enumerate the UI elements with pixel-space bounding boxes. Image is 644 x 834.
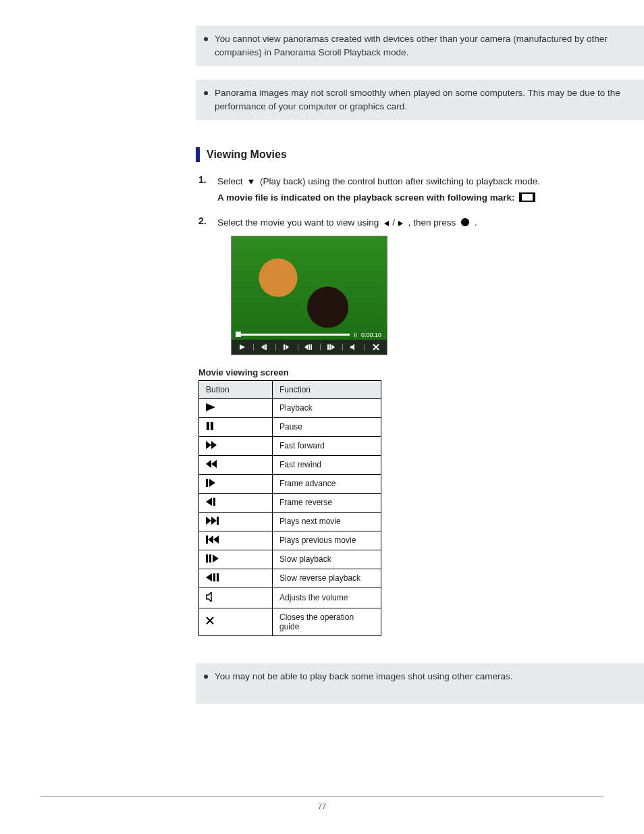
close-icon	[365, 344, 387, 350]
table-row: Closes the operation guide	[199, 608, 381, 635]
ff-icon	[199, 436, 273, 455]
svg-rect-35	[217, 517, 219, 525]
function-label: Slow reverse playback	[273, 569, 381, 588]
step-text: Select (Play back) using the control but…	[217, 174, 540, 206]
table-row: Fast forward	[199, 436, 381, 455]
function-label: Frame advance	[273, 474, 381, 493]
svg-rect-3	[520, 194, 522, 201]
svg-rect-10	[265, 344, 267, 350]
function-label: Adjusts the volume	[273, 588, 381, 608]
function-label: Closes the operation guide	[273, 608, 381, 635]
function-label: Slow playback	[273, 550, 381, 569]
section-heading: Viewing Movies	[196, 147, 644, 162]
function-label: Plays next movie	[273, 512, 381, 531]
svg-rect-15	[311, 344, 312, 350]
svg-rect-14	[308, 344, 310, 350]
step-2: 2. Select the movie you want to view usi…	[198, 215, 644, 355]
note-text: You cannot view panoramas created with d…	[215, 32, 624, 59]
table-row: Frame advance	[199, 474, 381, 493]
prev-icon	[199, 531, 273, 550]
function-label: Frame reverse	[273, 493, 381, 512]
function-label: Pause	[273, 417, 381, 436]
svg-rect-16	[327, 344, 329, 350]
close-icon	[199, 608, 273, 635]
steprev-icon	[199, 493, 273, 512]
svg-marker-31	[206, 498, 212, 506]
step-1: 1. Select (Play back) using the control …	[198, 174, 644, 206]
svg-rect-23	[207, 422, 209, 430]
svg-rect-29	[206, 479, 208, 487]
rew-icon	[199, 455, 273, 474]
svg-marker-37	[208, 536, 213, 544]
page-number: 77	[41, 796, 603, 810]
svg-rect-4	[533, 194, 534, 201]
svg-rect-43	[213, 573, 215, 581]
function-label: Fast forward	[273, 436, 381, 455]
svg-marker-25	[206, 441, 211, 449]
table-row: Playback	[199, 398, 381, 417]
pause-state-icon: II	[354, 330, 357, 340]
svg-marker-18	[331, 344, 335, 350]
th-function: Function	[273, 380, 381, 398]
svg-marker-5	[384, 221, 389, 226]
volume-icon	[343, 344, 365, 350]
svg-rect-17	[329, 344, 331, 350]
svg-rect-24	[211, 422, 213, 430]
svg-point-7	[461, 218, 469, 226]
note-text: Panorama images may not scroll smoothly …	[215, 86, 624, 113]
note-text: You may not be able to play back some im…	[215, 670, 513, 683]
stepfwd-icon	[199, 474, 273, 493]
svg-marker-38	[213, 536, 219, 544]
svg-marker-0	[248, 180, 254, 184]
svg-rect-40	[209, 554, 211, 563]
table-row: Adjusts the volume	[199, 588, 381, 608]
heading-text: Viewing Movies	[207, 149, 287, 161]
svg-rect-39	[206, 554, 208, 563]
table-row: Plays next movie	[199, 512, 381, 531]
slow-forward-icon	[321, 344, 343, 350]
step-forward-icon	[276, 344, 298, 350]
svg-marker-34	[211, 517, 217, 525]
svg-marker-13	[304, 344, 308, 350]
seek-bar	[237, 334, 350, 336]
bullet-icon	[204, 91, 208, 95]
svg-marker-22	[206, 403, 215, 411]
controls-table: Button Function PlaybackPauseFast forwar…	[198, 380, 381, 636]
play-icon	[232, 344, 254, 350]
step-back-icon	[254, 344, 276, 350]
function-label: Fast rewind	[273, 455, 381, 474]
table-row: Fast rewind	[199, 455, 381, 474]
table-row: Plays previous movie	[199, 531, 381, 550]
function-label: Playback	[273, 398, 381, 417]
table-row: Slow playback	[199, 550, 381, 569]
step-number: 2.	[198, 215, 208, 355]
svg-rect-44	[217, 573, 219, 581]
down-triangle-icon	[247, 176, 255, 190]
svg-marker-45	[207, 592, 211, 602]
svg-marker-33	[206, 517, 211, 525]
note-box-1: You cannot view panoramas created with d…	[196, 26, 644, 66]
svg-marker-12	[286, 344, 289, 350]
note-box-2: Panorama images may not scroll smoothly …	[196, 80, 644, 120]
table-row: Slow reverse playback	[199, 569, 381, 588]
step-number: 1.	[198, 174, 208, 206]
slow-back-icon	[298, 344, 321, 350]
svg-marker-19	[350, 344, 354, 350]
svg-marker-6	[398, 221, 403, 226]
svg-marker-8	[240, 344, 245, 350]
movie-playback-screenshot: II 0:00:10	[231, 236, 387, 355]
left-triangle-icon	[383, 217, 390, 232]
timecode: 0:00:10	[361, 330, 381, 340]
svg-marker-41	[213, 554, 219, 563]
center-dot-icon	[460, 217, 470, 232]
svg-marker-26	[211, 441, 217, 449]
svg-rect-2	[520, 194, 534, 201]
slowrev-icon	[199, 569, 273, 588]
movie-strip-icon	[519, 192, 535, 207]
th-button: Button	[199, 380, 273, 398]
table-row: Pause	[199, 417, 381, 436]
next-icon	[199, 512, 273, 531]
vol-icon	[199, 588, 273, 608]
function-label: Plays previous movie	[273, 531, 381, 550]
svg-marker-27	[206, 460, 211, 468]
